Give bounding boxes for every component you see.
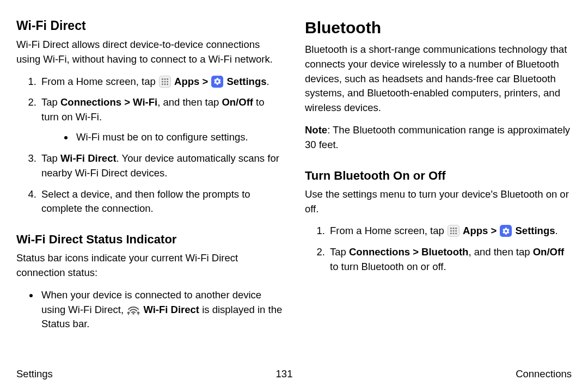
list-item: When your device is connected to another… <box>39 288 283 332</box>
page-footer: Settings 131 Connections <box>16 368 572 380</box>
svg-point-7 <box>164 83 166 85</box>
heading-turn-bt: Turn Bluetooth On or Off <box>305 169 572 183</box>
svg-point-4 <box>164 81 166 82</box>
status-bullet-list: When your device is connected to another… <box>16 288 283 332</box>
svg-point-5 <box>167 81 168 82</box>
paragraph-status: Status bar icons indicate your current W… <box>16 251 283 280</box>
svg-point-18 <box>455 233 457 235</box>
svg-point-17 <box>452 233 454 235</box>
list-item: Select a device, and then follow the pro… <box>39 187 283 217</box>
bt-steps: From a Home screen, tap Apps > Settings.… <box>305 224 572 274</box>
apps-icon <box>448 225 460 237</box>
list-item: Tap Connections > Bluetooth, and then ta… <box>328 245 572 274</box>
paragraph-turn-bt: Use the settings menu to turn your devic… <box>305 187 572 217</box>
wifi-direct-icon <box>127 304 140 316</box>
svg-point-15 <box>455 230 457 232</box>
svg-point-12 <box>455 228 457 229</box>
svg-point-2 <box>167 78 168 80</box>
svg-point-11 <box>452 228 454 229</box>
list-item: Wi‑Fi must be on to configure settings. <box>74 130 283 145</box>
svg-point-14 <box>452 230 454 232</box>
left-column: Wi‑Fi Direct Wi‑Fi Direct allows direct … <box>16 19 283 339</box>
list-item: Tap Wi‑Fi Direct. Your device automatica… <box>39 151 283 181</box>
heading-wifi-direct: Wi‑Fi Direct <box>16 19 283 33</box>
heading-bluetooth: Bluetooth <box>305 19 572 37</box>
svg-point-6 <box>162 83 163 85</box>
svg-point-8 <box>167 83 168 85</box>
gear-icon <box>211 76 223 88</box>
svg-point-1 <box>164 78 166 80</box>
svg-point-3 <box>162 81 163 82</box>
apps-icon <box>159 76 171 88</box>
svg-point-13 <box>450 230 452 232</box>
right-column: Bluetooth Bluetooth is a short‑range com… <box>305 19 572 339</box>
svg-point-9 <box>133 313 134 314</box>
gear-icon <box>500 225 512 237</box>
page-columns: Wi‑Fi Direct Wi‑Fi Direct allows direct … <box>16 19 572 339</box>
footer-page-number: 131 <box>276 368 293 380</box>
svg-point-16 <box>450 233 452 235</box>
svg-point-10 <box>450 228 452 229</box>
list-item: From a Home screen, tap Apps > Settings. <box>328 224 572 238</box>
list-item: From a Home screen, tap Apps > Settings. <box>39 75 283 89</box>
svg-point-0 <box>162 78 163 80</box>
list-item: Tap Connections > Wi‑Fi, and then tap On… <box>39 95 283 144</box>
paragraph-bluetooth: Bluetooth is a short‑range communication… <box>305 42 572 115</box>
heading-status-indicator: Wi‑Fi Direct Status Indicator <box>16 232 283 247</box>
footer-left: Settings <box>16 368 53 380</box>
paragraph-wifi-direct: Wi‑Fi Direct allows direct device‑to‑dev… <box>16 38 283 67</box>
footer-right: Connections <box>516 368 572 380</box>
wifi-direct-steps: From a Home screen, tap Apps > Settings.… <box>16 75 283 217</box>
sub-bullet: Wi‑Fi must be on to configure settings. <box>41 130 283 145</box>
note-bluetooth-range: Note: The Bluetooth communication range … <box>305 123 572 152</box>
